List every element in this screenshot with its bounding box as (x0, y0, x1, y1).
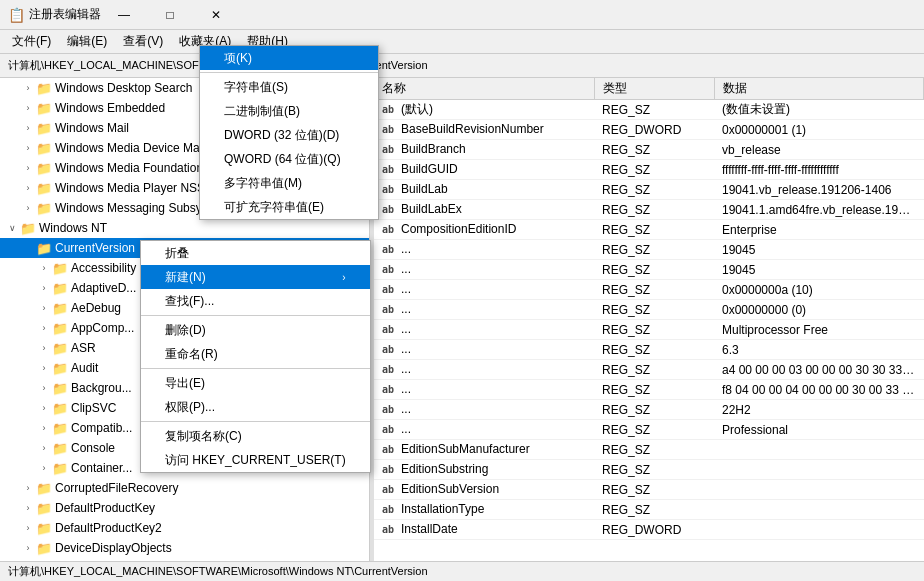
maximize-button[interactable]: □ (147, 0, 193, 30)
reg-name-cell: abBuildBranch (374, 140, 594, 160)
table-row[interactable]: ab...REG_SZ19045 (374, 260, 924, 280)
context-menu-item[interactable]: 导出(E) (141, 371, 370, 395)
sub-menu-item[interactable]: 可扩充字符串值(E) (200, 195, 378, 219)
table-row[interactable]: ab...REG_SZ22H2 (374, 400, 924, 420)
tree-expand-icon[interactable]: › (20, 100, 36, 116)
table-row[interactable]: abEditionSubVersionREG_SZ (374, 480, 924, 500)
tree-expand-icon[interactable]: › (36, 320, 52, 336)
registry-scroll[interactable]: 名称 类型 数据 ab(默认)REG_SZ(数值未设置)abBaseBuildR… (374, 78, 924, 561)
tree-expand-icon[interactable]: › (20, 120, 36, 136)
context-menu-item[interactable]: 权限(P)... (141, 395, 370, 419)
menu-item-1[interactable]: 编辑(E) (59, 31, 115, 53)
tree-expand-icon[interactable]: › (36, 400, 52, 416)
col-name[interactable]: 名称 (374, 78, 594, 100)
tree-item-label: AppComp... (71, 321, 134, 335)
reg-type-icon: ab (382, 363, 398, 377)
reg-type-icon: ab (382, 463, 398, 477)
table-row[interactable]: ab...REG_SZ0x00000000 (0) (374, 300, 924, 320)
reg-type-icon: ab (382, 243, 398, 257)
tree-item[interactable]: ›DefaultProductKey2 (0, 518, 369, 538)
table-row[interactable]: abInstallationTypeREG_SZ (374, 500, 924, 520)
table-row[interactable]: abBuildLabExREG_SZ19041.1.amd64fre.vb_re… (374, 200, 924, 220)
context-menu-item[interactable]: 删除(D) (141, 318, 370, 342)
context-menu-item[interactable]: 重命名(R) (141, 342, 370, 366)
tree-expand-icon[interactable]: › (20, 560, 36, 561)
sub-menu-item[interactable]: QWORD (64 位值)(Q) (200, 147, 378, 171)
tree-expand-icon[interactable]: ∨ (4, 220, 20, 236)
reg-type-icon: ab (382, 183, 398, 197)
menu-item-2[interactable]: 查看(V) (115, 31, 171, 53)
folder-icon (36, 521, 52, 535)
tree-expand-icon[interactable]: › (20, 520, 36, 536)
tree-item[interactable]: ›DeviceDisplayObjects (0, 538, 369, 558)
table-row[interactable]: ab...REG_SZ19045 (374, 240, 924, 260)
reg-type-cell: REG_DWORD (594, 120, 714, 140)
tree-expand-icon[interactable]: › (20, 200, 36, 216)
table-row[interactable]: ab(默认)REG_SZ(数值未设置) (374, 100, 924, 120)
tree-expand-icon[interactable]: › (36, 280, 52, 296)
table-row[interactable]: abInstallDateREG_DWORD (374, 520, 924, 540)
tree-expand-icon[interactable]: › (20, 540, 36, 556)
context-menu-item[interactable]: 新建(N)› (141, 265, 370, 289)
context-menu-item[interactable]: 查找(F)... (141, 289, 370, 313)
context-menu-item[interactable]: 折叠 (141, 241, 370, 265)
tree-expand-icon[interactable]: › (20, 140, 36, 156)
context-menu-item-label: 导出(E) (165, 375, 205, 392)
tree-item[interactable]: ›DefaultProductKey (0, 498, 369, 518)
context-menu-item[interactable]: 访问 HKEY_CURRENT_USER(T) (141, 448, 370, 472)
reg-name-cell: ab... (374, 260, 594, 280)
context-menu-item[interactable]: 复制项名称(C) (141, 424, 370, 448)
reg-data-cell: Enterprise (714, 220, 924, 240)
menu-item-0[interactable]: 文件(F) (4, 31, 59, 53)
tree-expand-icon[interactable]: › (36, 260, 52, 276)
tree-item-label: AeDebug (71, 301, 121, 315)
tree-item-label: Windows Media Player NSS (55, 181, 205, 195)
close-button[interactable]: ✕ (193, 0, 239, 30)
tree-item[interactable]: ∨Windows NT (0, 218, 369, 238)
col-data[interactable]: 数据 (714, 78, 924, 100)
col-type[interactable]: 类型 (594, 78, 714, 100)
tree-expand-icon[interactable]: › (36, 420, 52, 436)
minimize-button[interactable]: — (101, 0, 147, 30)
tree-expand-icon[interactable]: › (36, 300, 52, 316)
table-row[interactable]: ab...REG_SZa4 00 00 00 03 00 00 00 30 30… (374, 360, 924, 380)
tree-expand-icon[interactable]: › (36, 380, 52, 396)
tree-expand-icon[interactable] (20, 240, 36, 256)
reg-type-icon: ab (382, 263, 398, 277)
table-row[interactable]: ab...REG_SZMultiprocessor Free (374, 320, 924, 340)
tree-expand-icon[interactable]: › (20, 80, 36, 96)
table-row[interactable]: abBuildBranchREG_SZvb_release (374, 140, 924, 160)
sub-menu-item[interactable]: DWORD (32 位值)(D) (200, 123, 378, 147)
tree-expand-icon[interactable]: › (20, 180, 36, 196)
tree-expand-icon[interactable]: › (36, 340, 52, 356)
table-row[interactable]: ab...REG_SZ6.3 (374, 340, 924, 360)
sub-menu-item[interactable]: 项(K) (200, 46, 378, 70)
sub-menu-item[interactable]: 二进制制值(B) (200, 99, 378, 123)
reg-name-cell: ab... (374, 420, 594, 440)
tree-expand-icon[interactable]: › (20, 160, 36, 176)
table-row[interactable]: ab...REG_SZf8 04 00 00 04 00 00 00 30 00… (374, 380, 924, 400)
table-row[interactable]: ab...REG_SZProfessional (374, 420, 924, 440)
table-row[interactable]: abEditionSubstringREG_SZ (374, 460, 924, 480)
table-row[interactable]: abBaseBuildRevisionNumberREG_DWORD0x0000… (374, 120, 924, 140)
table-row[interactable]: abEditionSubManufacturerREG_SZ (374, 440, 924, 460)
table-row[interactable]: abBuildLabREG_SZ19041.vb_release.191206-… (374, 180, 924, 200)
reg-type-icon: ab (382, 203, 398, 217)
sub-menu-item[interactable]: 字符串值(S) (200, 75, 378, 99)
tree-item[interactable]: ›CorruptedFileRecovery (0, 478, 369, 498)
tree-expand-icon[interactable]: › (20, 500, 36, 516)
tree-expand-icon[interactable]: › (36, 460, 52, 476)
context-menu: 折叠新建(N)›查找(F)...删除(D)重命名(R)导出(E)权限(P)...… (140, 240, 371, 473)
folder-icon (52, 301, 68, 315)
tree-expand-icon[interactable]: › (36, 360, 52, 376)
tree-expand-icon[interactable]: › (36, 440, 52, 456)
reg-data-cell: f8 04 00 00 04 00 00 00 30 00 33 0... (714, 380, 924, 400)
reg-data-cell (714, 520, 924, 540)
table-row[interactable]: ab...REG_SZ0x0000000a (10) (374, 280, 924, 300)
table-row[interactable]: abCompositionEditionIDREG_SZEnterprise (374, 220, 924, 240)
tree-item[interactable]: ›DiskDiagn... (0, 558, 369, 561)
table-row[interactable]: abBuildGUIDREG_SZffffffff-ffff-ffff-ffff… (374, 160, 924, 180)
sub-menu-item[interactable]: 多字符串值(M) (200, 171, 378, 195)
tree-item-label: Windows Embedded (55, 101, 165, 115)
tree-expand-icon[interactable]: › (20, 480, 36, 496)
